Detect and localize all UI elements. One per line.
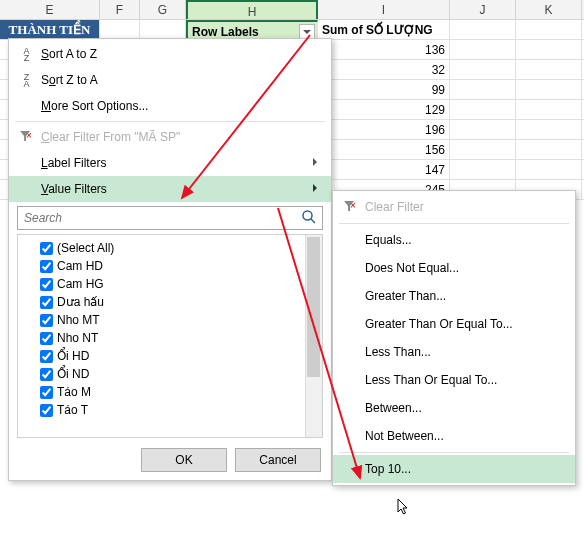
search-input[interactable] (17, 206, 323, 230)
col-I[interactable]: I (318, 0, 450, 19)
sort-az-label: ort A to Z (49, 47, 97, 61)
search-icon[interactable] (301, 209, 319, 227)
list-item[interactable]: Ổi ND (40, 365, 318, 383)
list-item[interactable]: Táo T (40, 401, 318, 419)
sub-equals[interactable]: Equals... (333, 226, 575, 254)
col-J[interactable]: J (450, 0, 516, 19)
value-cell[interactable]: 136 (318, 40, 450, 59)
list-item[interactable]: Táo M (40, 383, 318, 401)
list-item[interactable]: Dưa hấu (40, 293, 318, 311)
checkbox[interactable] (40, 296, 53, 309)
value-cell[interactable]: 147 (318, 160, 450, 179)
list-item[interactable]: Cam HG (40, 275, 318, 293)
clear-filter-icon (339, 200, 361, 214)
sub-less-than[interactable]: Less Than... (333, 338, 575, 366)
sub-gte[interactable]: Greater Than Or Equal To... (333, 310, 575, 338)
value-cell[interactable]: 156 (318, 140, 450, 159)
value-cell[interactable]: 99 (318, 80, 450, 99)
list-item[interactable]: (Select All) (40, 239, 318, 257)
checkbox[interactable] (40, 260, 53, 273)
svg-point-0 (303, 211, 312, 220)
sort-z-to-a[interactable]: Sort Z to A (9, 67, 331, 93)
sub-greater-than[interactable]: Greater Than... (333, 282, 575, 310)
cancel-button[interactable]: Cancel (235, 448, 321, 472)
sub-not-equal[interactable]: Does Not Equal... (333, 254, 575, 282)
label-filters[interactable]: Label Filters (9, 150, 331, 176)
submenu-arrow-icon (313, 158, 321, 166)
menu-separator (15, 121, 325, 122)
row-labels-text: Row Labels (192, 25, 259, 39)
cell-row-labels[interactable]: Row Labels (186, 20, 318, 39)
sub-top-10[interactable]: Top 10... (333, 455, 575, 483)
checkbox[interactable] (40, 332, 53, 345)
checkbox[interactable] (40, 368, 53, 381)
search-box (17, 206, 323, 230)
scrollbar[interactable] (305, 235, 322, 437)
list-item[interactable]: Nho MT (40, 311, 318, 329)
column-headers: E F G H I J K (0, 0, 584, 20)
value-cell[interactable]: 196 (318, 120, 450, 139)
value-cell[interactable]: 129 (318, 100, 450, 119)
svg-line-1 (311, 219, 315, 223)
checkbox[interactable] (40, 386, 53, 399)
clear-filter-icon (15, 130, 37, 144)
filter-menu: Sort A to Z Sort Z to A More Sort Option… (8, 38, 332, 481)
sub-clear-filter: Clear Filter (333, 193, 575, 221)
sort-a-to-z[interactable]: Sort A to Z (9, 41, 331, 67)
list-item[interactable]: Nho NT (40, 329, 318, 347)
cell-sum-header[interactable]: Sum of SỐ LƯỢNG (318, 20, 450, 39)
checkbox[interactable] (40, 350, 53, 363)
col-F[interactable]: F (100, 0, 140, 19)
scrollbar-thumb[interactable] (307, 237, 320, 377)
checkbox[interactable] (40, 314, 53, 327)
checkbox[interactable] (40, 242, 53, 255)
clear-filter: Clear Filter From "MÃ SP" (9, 124, 331, 150)
menu-separator (339, 452, 569, 453)
checkbox[interactable] (40, 278, 53, 291)
sub-between[interactable]: Between... (333, 394, 575, 422)
sort-asc-icon (15, 46, 37, 62)
sub-not-between[interactable]: Not Between... (333, 422, 575, 450)
cell-thanh-tien[interactable]: THÀNH TIỀN (0, 20, 100, 39)
sort-desc-icon (15, 72, 37, 88)
value-filters[interactable]: Value Filters (9, 176, 331, 202)
submenu-arrow-icon (313, 184, 321, 192)
checkbox[interactable] (40, 404, 53, 417)
value-filters-submenu: Clear Filter Equals... Does Not Equal...… (332, 190, 576, 486)
sub-lte[interactable]: Less Than Or Equal To... (333, 366, 575, 394)
col-E[interactable]: E (0, 0, 100, 19)
filter-checklist: (Select All) Cam HD Cam HG Dưa hấu Nho M… (17, 234, 323, 438)
menu-separator (339, 223, 569, 224)
more-sort-options[interactable]: More Sort Options... (9, 93, 331, 119)
value-cell[interactable]: 32 (318, 60, 450, 79)
list-item[interactable]: Ổi HD (40, 347, 318, 365)
mouse-cursor-icon (397, 498, 411, 520)
col-G[interactable]: G (140, 0, 186, 19)
list-item[interactable]: Cam HD (40, 257, 318, 275)
ok-button[interactable]: OK (141, 448, 227, 472)
col-K[interactable]: K (516, 0, 582, 19)
col-H[interactable]: H (186, 0, 318, 19)
filter-dropdown-icon[interactable] (299, 24, 315, 39)
